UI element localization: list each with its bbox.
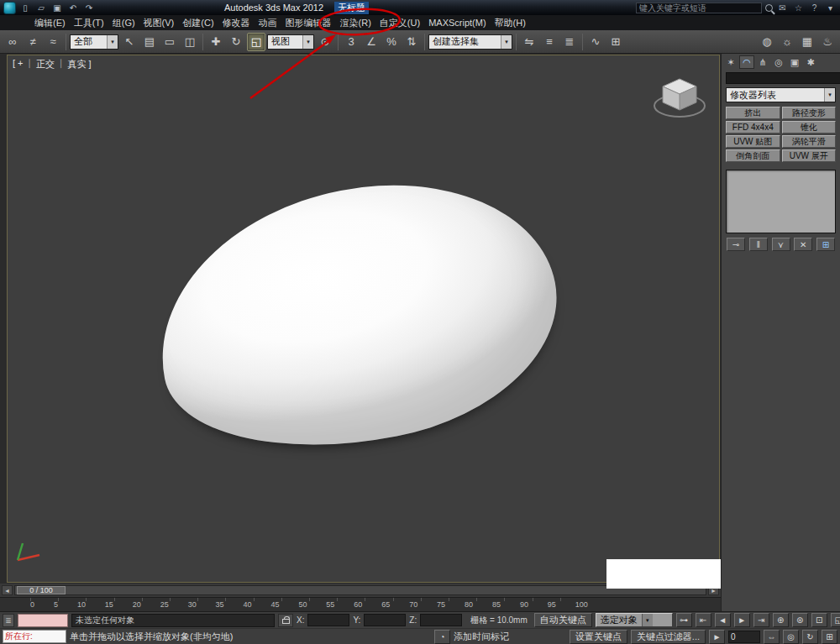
menu-animation[interactable]: 动画: [255, 15, 281, 30]
chevron-down-icon[interactable]: ▾: [642, 614, 653, 626]
tab-motion-icon[interactable]: ◎: [771, 55, 786, 69]
modifier-button-ffd[interactable]: FFD 4x4x4: [726, 121, 780, 134]
y-coordinate-field[interactable]: [364, 614, 406, 626]
app-logo-icon[interactable]: [3, 2, 16, 14]
redo-icon[interactable]: ↷: [82, 2, 96, 14]
menu-create[interactable]: 创建(C): [178, 15, 218, 30]
save-file-icon[interactable]: ▣: [50, 2, 64, 14]
timeline-ruler[interactable]: 0 5 10 15 20 25 30 35 40 45 50 55 60 65 …: [0, 597, 721, 611]
new-file-icon[interactable]: ▯: [18, 2, 32, 14]
material-editor-icon[interactable]: ◍: [758, 33, 776, 51]
communication-icon[interactable]: ✉: [776, 3, 789, 13]
tab-hierarchy-icon[interactable]: ⋔: [755, 55, 770, 69]
select-and-rotate-icon[interactable]: ↻: [227, 33, 245, 51]
open-file-icon[interactable]: ▱: [34, 2, 48, 14]
maxscript-mini-listener[interactable]: 所在行:: [3, 630, 66, 643]
infocenter-search-input[interactable]: [636, 3, 762, 13]
mirror-icon[interactable]: ⇋: [520, 33, 538, 51]
chevron-down-icon[interactable]: ▾: [824, 88, 835, 102]
select-object-icon[interactable]: ↖: [120, 33, 139, 51]
spinner-snap-icon[interactable]: ⇅: [402, 33, 421, 51]
menu-modifiers[interactable]: 修改器: [218, 15, 255, 30]
time-slider-track[interactable]: 0 / 100: [14, 585, 706, 595]
modifier-button-taper[interactable]: 锥化: [782, 121, 837, 134]
menu-help[interactable]: 帮助(H): [491, 15, 530, 30]
pan-icon[interactable]: ⇔: [764, 630, 780, 644]
auto-key-button[interactable]: 自动关键点: [534, 613, 592, 627]
rectangular-selection-region-icon[interactable]: ▭: [160, 33, 179, 51]
zoom-all-icon[interactable]: ⊛: [792, 613, 808, 627]
favorites-star-icon[interactable]: ☆: [792, 3, 805, 13]
select-and-move-icon[interactable]: ✚: [207, 33, 225, 51]
modifier-button-extrude[interactable]: 挤出: [726, 107, 780, 119]
set-key-button[interactable]: 设置关键点: [570, 630, 627, 644]
menu-edit[interactable]: 编辑(E): [30, 15, 70, 30]
selection-set-dropdown[interactable]: 选定对象 ▾: [596, 613, 673, 627]
make-unique-icon[interactable]: ⋎: [772, 238, 790, 251]
selection-lock-icon[interactable]: [278, 614, 293, 627]
menu-graph-editors[interactable]: 图形编辑器: [281, 15, 336, 30]
bind-to-space-warp-icon[interactable]: ≈: [44, 33, 62, 51]
modifier-button-turbosmooth[interactable]: 涡轮平滑: [782, 135, 837, 148]
current-frame-field[interactable]: [728, 631, 760, 643]
layer-manager-icon[interactable]: ≣: [560, 33, 579, 51]
maximize-viewport-icon[interactable]: ⊞: [822, 630, 837, 644]
help-icon[interactable]: ?: [808, 3, 821, 13]
window-crossing-icon[interactable]: ◫: [181, 33, 199, 51]
percent-snap-icon[interactable]: %: [382, 33, 401, 51]
menu-group[interactable]: 组(G): [108, 15, 139, 30]
viewport-shading-menu[interactable]: 真实 ]: [68, 58, 92, 71]
orbit-icon[interactable]: ↻: [802, 630, 818, 644]
pebble-3d-object[interactable]: [136, 154, 578, 478]
search-icon[interactable]: [765, 4, 773, 12]
play-animation-icon[interactable]: ►: [709, 630, 725, 644]
modifier-button-path-deform[interactable]: 路径变形: [782, 107, 837, 119]
menu-views[interactable]: 视图(V): [139, 15, 179, 30]
select-by-name-icon[interactable]: ▤: [140, 33, 159, 51]
zoom-extents-icon[interactable]: ⊡: [811, 613, 827, 627]
chevron-down-icon[interactable]: ▾: [501, 35, 512, 49]
modifier-stack-list[interactable]: [726, 170, 836, 233]
rendered-frame-window-icon[interactable]: ▦: [798, 33, 816, 51]
chevron-down-icon[interactable]: ▾: [824, 3, 837, 13]
z-coordinate-field[interactable]: [420, 614, 462, 626]
modifier-list-dropdown[interactable]: 修改器列表 ▾: [726, 87, 836, 102]
macro-recorder-pane[interactable]: [18, 614, 68, 627]
previous-key-icon[interactable]: ◄: [2, 585, 13, 595]
use-center-icon[interactable]: ⊙: [316, 33, 334, 51]
menu-customize[interactable]: 自定义(U): [375, 15, 424, 30]
tab-display-icon[interactable]: ▣: [787, 55, 802, 69]
remove-modifier-icon[interactable]: ✕: [794, 238, 812, 251]
select-and-scale-icon[interactable]: ◱: [247, 33, 265, 51]
viewport-general-menu[interactable]: [ +: [13, 58, 24, 71]
select-and-link-icon[interactable]: ∞: [3, 33, 22, 51]
undo-icon[interactable]: ↶: [66, 2, 80, 14]
configure-modifier-sets-icon[interactable]: ⊞: [816, 238, 835, 251]
viewcube[interactable]: [652, 74, 707, 123]
selection-filter-dropdown[interactable]: 全部 ▾: [70, 34, 118, 50]
modifier-button-unwrap-uvw[interactable]: UVW 展开: [782, 149, 837, 162]
render-setup-icon[interactable]: ☼: [778, 33, 796, 51]
pin-stack-icon[interactable]: ⊸: [727, 238, 745, 251]
tab-utilities-icon[interactable]: ✱: [803, 55, 818, 69]
menu-maxscript[interactable]: MAXScript(M): [424, 15, 490, 30]
align-icon[interactable]: ≡: [540, 33, 559, 51]
zoom-icon[interactable]: ⊕: [773, 613, 789, 627]
named-selection-dropdown[interactable]: 创建选择集 ▾: [428, 34, 512, 50]
chevron-down-icon[interactable]: ▾: [107, 35, 118, 49]
object-name-field[interactable]: [726, 72, 840, 84]
x-coordinate-field[interactable]: [307, 614, 349, 626]
chevron-down-icon[interactable]: ▾: [302, 35, 313, 49]
add-time-tag[interactable]: ◔ 添加时间标记: [434, 630, 509, 644]
set-keys-icon[interactable]: ⊶: [676, 613, 692, 627]
show-end-result-icon[interactable]: ‖: [749, 238, 768, 251]
snap-toggle-icon[interactable]: 3: [342, 33, 360, 51]
time-tag-icon[interactable]: ◔: [434, 630, 450, 644]
modifier-button-uvw-map[interactable]: UVW 贴图: [726, 135, 780, 148]
previous-frame-icon[interactable]: ◄: [715, 613, 731, 627]
go-to-end-icon[interactable]: ⇥: [753, 613, 769, 627]
tab-modify-icon[interactable]: ◠: [739, 55, 754, 69]
modifier-button-bevel-profile[interactable]: 倒角剖面: [726, 149, 780, 162]
angle-snap-icon[interactable]: ∠: [362, 33, 381, 51]
zoom-region-icon[interactable]: ◱: [831, 613, 840, 627]
